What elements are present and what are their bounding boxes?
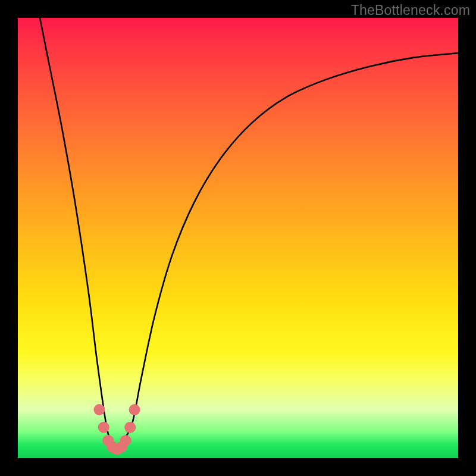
bottleneck-curve-svg [18,18,458,458]
watermark-text: TheBottleneck.com [351,2,470,18]
bottleneck-curve-path [40,18,458,450]
highlight-dot [120,435,131,446]
highlight-dot [93,404,105,415]
highlight-dot [98,422,109,433]
highlight-dots-group [93,404,140,455]
highlight-dot [129,404,140,415]
highlight-dot [124,422,136,433]
chart-gradient-area [18,18,458,458]
